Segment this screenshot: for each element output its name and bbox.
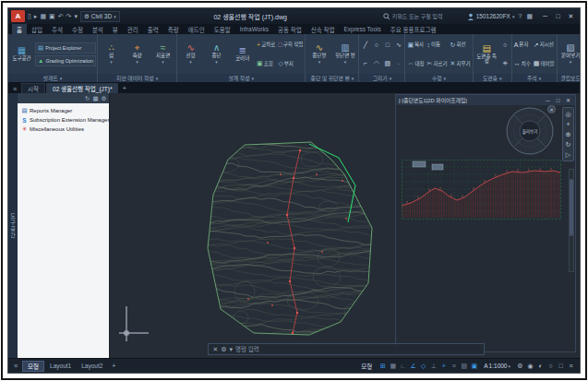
panel-label[interactable]: 도면층▾ bbox=[474, 74, 511, 82]
ribbon-tab[interactable]: 주요 응용프로그램 bbox=[386, 24, 441, 34]
ribbon-button[interactable]: ⌖측량▾ bbox=[125, 35, 150, 73]
ribbon-tab[interactable]: 도움말 bbox=[210, 24, 235, 34]
ribbon-button[interactable]: ⌐ bbox=[360, 54, 370, 74]
ribbon-button[interactable]: A문자 bbox=[513, 35, 532, 54]
ortho-icon[interactable]: ∟ bbox=[398, 361, 408, 372]
customize-tools-icon[interactable]: ⚙ bbox=[221, 346, 226, 353]
ribbon-button[interactable]: ≣코리더 bbox=[230, 35, 255, 73]
ribbon-button[interactable]: ∿ bbox=[393, 35, 403, 54]
ribbon-button[interactable]: ∿종단뷰▾ bbox=[306, 35, 331, 73]
ribbon-tab[interactable]: 측량 bbox=[163, 24, 184, 34]
ribbon-button[interactable]: ▨ bbox=[382, 54, 392, 74]
minimize-button[interactable]: ─ bbox=[544, 98, 552, 103]
file-tab-menu-icon[interactable]: ≡ bbox=[11, 86, 20, 93]
layout-tab[interactable]: Layout1 bbox=[45, 361, 76, 372]
ribbon-button[interactable]: ↻회전 bbox=[450, 35, 472, 54]
workspace-gear-icon[interactable]: ⚙ bbox=[515, 361, 525, 372]
save-icon[interactable]: ▦ bbox=[40, 13, 46, 19]
undo-icon[interactable]: ↶ bbox=[58, 13, 64, 19]
ribbon-button[interactable]: ◠ bbox=[371, 54, 381, 74]
pan-icon[interactable]: + bbox=[563, 119, 573, 129]
zoom-icon[interactable]: ⊕ bbox=[563, 129, 573, 139]
layout-tab[interactable]: 모형 bbox=[22, 361, 44, 372]
panels-icon[interactable]: ▦ bbox=[92, 95, 98, 101]
tree-item[interactable]: SSubscription Extension Manager bbox=[18, 115, 109, 125]
minimize-button[interactable]: ─ bbox=[539, 10, 551, 22]
ribbon-button[interactable]: ∿선형▾ bbox=[178, 35, 203, 73]
search-input[interactable] bbox=[392, 11, 462, 21]
selection-cycling-icon[interactable]: ▣ bbox=[469, 361, 479, 372]
qat-menu-icon[interactable]: ▾ bbox=[74, 13, 78, 19]
layout-menu-icon[interactable]: ≡ bbox=[12, 363, 19, 369]
isolate-objects-icon[interactable]: ◐ bbox=[535, 361, 546, 372]
panel-label[interactable]: 주석▾ bbox=[512, 74, 557, 82]
ribbon-tab[interactable]: 분석 bbox=[88, 24, 108, 34]
scrollbar-thumb[interactable] bbox=[570, 179, 573, 236]
annotation-scale-control[interactable]: A 1:1000 ▾ bbox=[482, 363, 512, 369]
ribbon-button[interactable]: ✳ bbox=[500, 54, 510, 74]
ribbon-tab[interactable]: 출력 bbox=[143, 24, 163, 34]
grid-icon[interactable]: ⊞ bbox=[378, 361, 388, 372]
ribbon-button[interactable]: ▤Project Explorer bbox=[35, 42, 96, 54]
ribbon-button[interactable]: ↗지시선 bbox=[533, 35, 556, 54]
refresh-icon[interactable]: ↻ bbox=[85, 95, 90, 101]
osnap-icon[interactable]: ◇ bbox=[418, 361, 428, 372]
ribbon-button[interactable]: ○ bbox=[500, 35, 510, 54]
restore-button[interactable]: □ bbox=[552, 10, 564, 22]
vertical-scrollbar[interactable] bbox=[569, 169, 574, 272]
ribbon-tab[interactable]: 관리 bbox=[123, 24, 143, 34]
ribbon-tab[interactable]: 주석 bbox=[47, 24, 67, 34]
redo-icon[interactable]: ↷ bbox=[66, 13, 72, 19]
close-icon[interactable]: ✕ bbox=[547, 105, 556, 113]
transparency-icon[interactable]: ▨ bbox=[459, 361, 469, 372]
close-icon[interactable]: ✕ bbox=[212, 346, 218, 353]
ribbon-button[interactable]: ╱ bbox=[360, 35, 370, 54]
site-plan-drawing[interactable] bbox=[202, 139, 381, 340]
ribbon-button[interactable]: ○ bbox=[371, 35, 381, 54]
ribbon-tab[interactable]: 수정 bbox=[67, 24, 88, 34]
ribbon-button[interactable]: □구획 작업 bbox=[277, 35, 304, 54]
ribbon-button[interactable]: ◇부지 bbox=[277, 54, 304, 74]
profile-chart[interactable] bbox=[402, 160, 566, 228]
ribbon-button[interactable]: +교차로 bbox=[256, 35, 276, 54]
close-button[interactable]: ✕ bbox=[564, 97, 572, 103]
showmotion-icon[interactable]: ▷ bbox=[563, 149, 573, 160]
profile-window-titlebar[interactable]: [-]종단면도1[2D 와이어프레임] ─ □ ✕ bbox=[396, 95, 575, 105]
panel-label[interactable]: 지반 데이터 작성▾ bbox=[98, 74, 176, 82]
new-layout-button[interactable]: + bbox=[110, 363, 117, 369]
tree-item[interactable]: ▤Reports Manager bbox=[18, 106, 109, 115]
ribbon-button[interactable]: ▲Grading Optimization bbox=[35, 55, 96, 66]
ribbon-button[interactable]: □ bbox=[382, 35, 392, 54]
panel-label[interactable]: 종단 및 횡단면 뷰▾ bbox=[306, 74, 358, 82]
dynamic-input-icon[interactable]: + bbox=[438, 361, 449, 372]
panel-label[interactable]: 그리기▾ bbox=[359, 74, 404, 82]
account-chip[interactable]: 15012620FX ▾ bbox=[467, 13, 515, 20]
file-tab[interactable]: 02 생울선행 작업_(JT)* bbox=[46, 83, 118, 93]
tree-item[interactable]: ✳Miscellaneous Utilities bbox=[18, 125, 109, 134]
ribbon-button[interactable]: ∙ bbox=[393, 54, 403, 74]
steering-wheel-icon[interactable]: ◎ bbox=[563, 109, 573, 119]
osnap-tracking-icon[interactable]: ⊥ bbox=[428, 361, 438, 372]
new-file-icon[interactable]: ▯ bbox=[28, 13, 31, 19]
ribbon-button[interactable]: ⇔대칭 bbox=[406, 54, 425, 74]
ribbon-button[interactable]: ▦테이블 bbox=[533, 54, 556, 74]
workspace-switcher[interactable]: ⚙ Civil 3D ▾ bbox=[80, 11, 120, 22]
file-tab[interactable]: 시작 bbox=[21, 83, 45, 93]
toolspace-title-bar[interactable]: 도구공간 bbox=[8, 93, 18, 358]
help-icon[interactable]: ? bbox=[517, 13, 522, 19]
ribbon-button[interactable]: ▣조합 bbox=[256, 54, 276, 74]
settings-gear-icon[interactable]: ⚙ bbox=[102, 95, 107, 101]
apps-icon[interactable]: ▦ bbox=[525, 13, 534, 20]
panel-label[interactable]: 클립보드 bbox=[558, 74, 580, 82]
ribbon-tab[interactable]: 뷰 bbox=[108, 24, 123, 34]
open-file-icon[interactable]: ▸ bbox=[34, 13, 38, 19]
ribbon-tab[interactable]: 삽입 bbox=[27, 24, 47, 34]
annotation-monitor-icon[interactable]: ◉ bbox=[525, 361, 535, 372]
ribbon-tab[interactable]: 공동 작업 bbox=[273, 24, 306, 34]
command-line[interactable]: ✕ ⚙ ▾ bbox=[208, 343, 485, 355]
ribbon-button[interactable]: ▧붙여넣기▾ bbox=[558, 35, 580, 73]
search-box[interactable] bbox=[381, 11, 464, 22]
drawing-canvas[interactable]: [-]종단면도1[2D 와이어프레임] ─ □ ✕ 둘러보기 ✕ ◎+⊕↻▷ ✕ bbox=[110, 93, 580, 358]
new-drawing-tab-button[interactable]: + bbox=[119, 84, 130, 93]
ribbon-button[interactable]: ↔치수 bbox=[513, 54, 532, 74]
